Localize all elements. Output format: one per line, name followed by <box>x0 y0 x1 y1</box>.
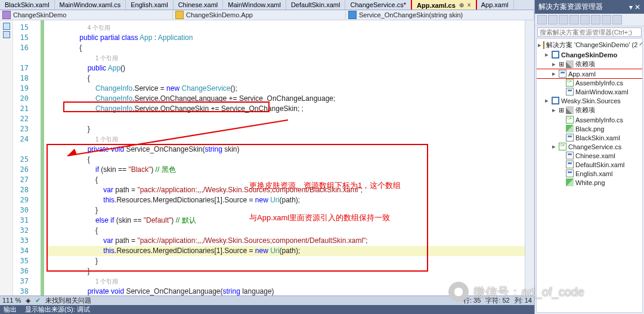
method-icon <box>348 11 357 19</box>
tree-item[interactable]: ▸⊞依赖项 <box>537 105 642 115</box>
nav-member[interactable]: Service_OnChangeSkin(string skin) <box>359 11 463 19</box>
nav-project[interactable]: ChangeSkinDemo <box>13 11 66 19</box>
tree-item-icon <box>566 152 574 159</box>
tree-item[interactable]: DefaultSkin.xaml <box>537 160 642 169</box>
solution-explorer-toolbar[interactable] <box>535 14 644 26</box>
code-editor[interactable]: 4 个引用 public partial class App : Applica… <box>45 20 525 295</box>
tree-item-icon <box>566 88 574 96</box>
watermark: 微信号：art_of_code <box>448 282 584 302</box>
tree-item-icon <box>566 125 574 133</box>
document-tab[interactable]: MainWindow.xaml.cs <box>55 0 126 10</box>
change-indicator <box>41 20 44 295</box>
bookmark-icon[interactable] <box>3 31 10 38</box>
document-tab[interactable]: ChangeService.cs* <box>345 0 411 10</box>
error-summary[interactable]: 未找到相关问题 <box>45 296 91 305</box>
document-tabstrip: BlackSkin.xamlMainWindow.xaml.csEnglish.… <box>0 0 534 10</box>
tree-item[interactable]: AssemblyInfo.cs <box>537 115 642 124</box>
tree-item[interactable]: MainWindow.xaml <box>537 87 642 96</box>
document-tab[interactable]: MainWindow.xaml <box>223 0 286 10</box>
tree-item[interactable]: ▸ChangeSkinDemo <box>537 50 642 59</box>
tree-item-icon <box>559 143 566 150</box>
document-tab[interactable]: Chinese.xaml <box>174 0 224 10</box>
tree-item-icon <box>566 116 574 124</box>
tree-item[interactable]: White.png <box>537 178 642 187</box>
tree-item-icon <box>566 106 574 114</box>
wechat-icon <box>448 282 469 302</box>
tree-item-icon <box>566 60 574 68</box>
project-icon <box>2 11 11 19</box>
solution-search-input[interactable] <box>537 27 642 37</box>
tree-item[interactable]: English.xaml <box>537 169 642 178</box>
bookmark-icon[interactable] <box>3 23 10 30</box>
tree-item[interactable]: ▸ChangeService.cs <box>537 142 642 151</box>
annotation-text: 更换皮肤资源。资源数组下标为1，这个数组 与App.xaml里面资源引入的数组保… <box>249 159 401 245</box>
tree-item[interactable]: AssemblyInfo.cs <box>537 78 642 87</box>
nav-class[interactable]: ChangeSkinDemo.App <box>186 11 253 19</box>
document-tab[interactable]: App.xaml <box>476 0 514 10</box>
document-tab[interactable]: DefaultSkin.xaml <box>286 0 346 10</box>
solution-tree[interactable]: ▸解决方案 'ChangeSkinDemo' (2 个项目, 共 ▸Change… <box>536 38 643 313</box>
tree-item[interactable]: ▸⊞依赖项 <box>537 59 642 69</box>
solution-root[interactable]: 解决方案 'ChangeSkinDemo' (2 个项目, 共 <box>546 41 643 50</box>
document-tab[interactable]: App.xaml.cs⊕× <box>411 0 476 10</box>
indicator-margin <box>0 20 13 295</box>
zoom-level[interactable]: 111 % <box>2 297 21 304</box>
annotation-arrow <box>48 110 48 110</box>
navigation-bar: ChangeSkinDemo ChangeSkinDemo.App Servic… <box>0 10 534 20</box>
output-panel-header[interactable]: 输出 显示输出来源(S): 调试 <box>0 305 534 314</box>
outlining-gutter[interactable] <box>32 20 41 295</box>
tree-item-icon <box>566 79 574 87</box>
class-icon <box>175 11 184 19</box>
svg-marker-1 <box>67 149 77 156</box>
document-tab[interactable]: English.xaml <box>126 0 173 10</box>
tree-item-icon <box>559 70 566 78</box>
tree-item-icon <box>566 178 574 186</box>
document-tab[interactable]: BlackSkin.xaml <box>0 0 55 10</box>
tree-item-icon <box>566 161 574 168</box>
vertical-scrollbar[interactable] <box>525 20 534 295</box>
tree-item[interactable]: Black.png <box>537 124 642 133</box>
tree-item[interactable]: Chinese.xaml <box>537 151 642 160</box>
tree-item-icon <box>552 97 559 104</box>
tree-item-icon <box>566 134 574 141</box>
solution-icon <box>543 41 544 49</box>
solution-explorer-title[interactable]: 解决方案资源管理器▾ ✕ <box>535 0 644 14</box>
tree-item[interactable]: ▸Wesky.Skin.Sources <box>537 96 642 105</box>
tree-item[interactable]: ▸App.xaml <box>537 69 642 78</box>
tree-item-icon <box>552 51 559 59</box>
line-number-gutter: 15 15 16 17 18 19 20 21 22 23 24 25 26 2… <box>13 20 32 295</box>
tree-item-icon <box>566 170 574 177</box>
tree-item[interactable]: BlackSkin.xaml <box>537 133 642 142</box>
